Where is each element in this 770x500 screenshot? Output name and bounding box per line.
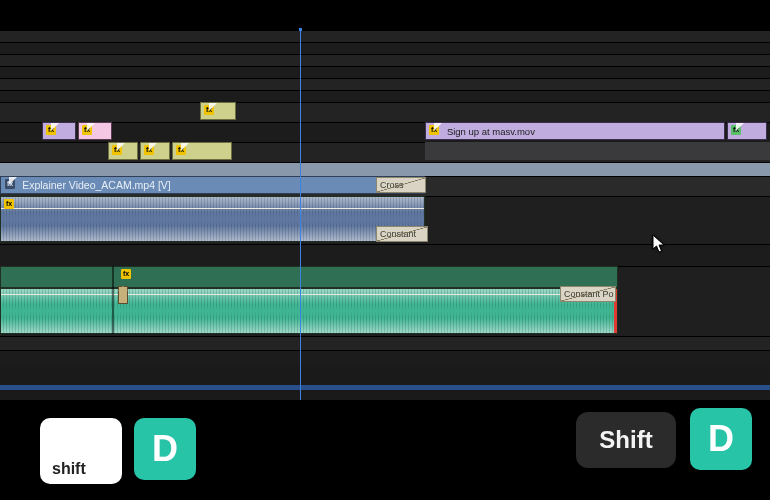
keycap-label: D xyxy=(708,418,734,460)
track-lane xyxy=(0,42,770,54)
clip-video-main[interactable]: fx Explainer Video_ACAM.mp4 [V] xyxy=(0,176,425,194)
clip-purple-end[interactable]: fx xyxy=(727,122,767,140)
keycap-shift-right: Shift xyxy=(576,412,676,468)
audio-clip-a2[interactable] xyxy=(0,288,618,334)
keycap-d-right: D xyxy=(690,408,752,470)
audio-clip-a1[interactable]: fx xyxy=(0,196,425,242)
timeline[interactable]: fx fx fx fx Sign up at masv.mov fx fx fx… xyxy=(0,30,770,400)
track-v3[interactable] xyxy=(0,102,770,122)
clip-pink[interactable]: fx xyxy=(78,122,112,140)
track-lane xyxy=(0,66,770,78)
keycap-label: Shift xyxy=(599,426,652,454)
transition-constant-power-a2[interactable]: Constant Po xyxy=(560,286,616,302)
transition-cross-dissolve[interactable]: Cross Dissolve xyxy=(376,177,426,193)
track-lane xyxy=(0,54,770,66)
fx-badge: fx xyxy=(4,199,14,209)
track-lane xyxy=(0,90,770,102)
clip-olive[interactable]: fx xyxy=(172,142,232,160)
clip-olive[interactable]: fx xyxy=(200,102,236,120)
track-lane xyxy=(0,336,770,350)
keycap-d-left: D xyxy=(134,418,196,480)
editor-stage: fx fx fx fx Sign up at masv.mov fx fx fx… xyxy=(0,0,770,500)
clip-placeholder xyxy=(425,142,770,160)
transition-constant-power-a1[interactable]: Constant Po xyxy=(376,226,428,242)
edit-cut xyxy=(112,266,114,334)
clip-label: Sign up at masv.mov xyxy=(445,126,535,137)
track-lane xyxy=(0,78,770,90)
inout-range-bar[interactable] xyxy=(0,385,770,390)
playhead[interactable] xyxy=(300,30,301,400)
audio-clip-a2-top[interactable]: fx xyxy=(0,266,618,288)
marker[interactable] xyxy=(118,286,128,304)
clip-label: Explainer Video_ACAM.mp4 [V] xyxy=(22,179,171,191)
track-lane xyxy=(0,350,770,364)
clip-purple[interactable]: fx xyxy=(42,122,76,140)
fx-badge: fx xyxy=(121,269,131,279)
clip-olive[interactable]: fx xyxy=(140,142,170,160)
clip-signup[interactable]: fx Sign up at masv.mov xyxy=(425,122,725,140)
track-lane xyxy=(0,30,770,42)
clip-olive[interactable]: fx xyxy=(108,142,138,160)
keycap-label: shift xyxy=(44,460,86,484)
keycap-label: D xyxy=(152,428,178,470)
track-thin xyxy=(0,162,770,176)
cursor-icon xyxy=(652,234,666,254)
keycap-shift-left: shift xyxy=(40,418,122,484)
